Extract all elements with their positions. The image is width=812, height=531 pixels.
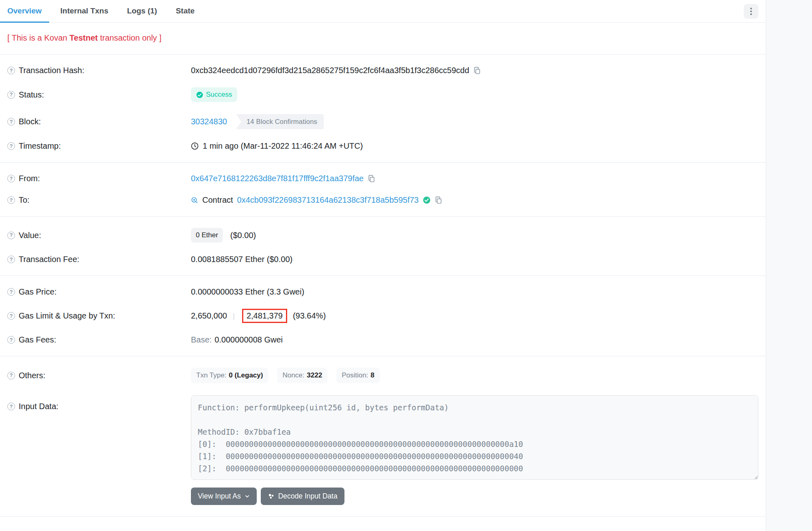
view-input-as-button[interactable]: View Input As: [191, 488, 257, 505]
timestamp-value: 1 min ago (Mar-11-2022 11:46:24 AM +UTC): [203, 141, 363, 151]
value-label: ? Value:: [7, 231, 191, 240]
help-icon: ?: [7, 232, 15, 239]
section-value: ? Value: 0 Ether ($0.00) ? Transaction F…: [0, 217, 766, 276]
bottom-spacer: [0, 517, 766, 528]
section-addresses: ? From: 0x647e7168122263d8e7f81f17fff9c2…: [0, 163, 766, 217]
input-data-textarea[interactable]: Function: performUpkeep(uint256 id, byte…: [191, 395, 758, 480]
block-label: ? Block:: [7, 117, 191, 126]
tab-state[interactable]: State: [169, 0, 202, 23]
decode-input-data-button[interactable]: Decode Input Data: [261, 488, 344, 505]
transaction-hash-value: 0xcb324eedcd1d07296fdf3d215a2865275f159c…: [191, 66, 469, 75]
row-transaction-fee: ? Transaction Fee: 0.0081885507 Ether ($…: [7, 249, 758, 270]
tab-internal-txns[interactable]: Internal Txns: [53, 0, 116, 23]
help-icon: ?: [7, 67, 15, 74]
help-icon: ?: [7, 196, 15, 204]
section-others: ? Others: Txn Type: 0 (Legacy) Nonce: 32…: [0, 356, 766, 517]
row-to: ? To: Contract 0x4cb093f226983713164a621…: [7, 189, 758, 211]
notice-text-bold: Testnet: [69, 33, 98, 42]
nonce-badge: Nonce: 3222: [277, 368, 327, 383]
gas-limit-label: ? Gas Limit & Usage by Txn:: [7, 311, 191, 321]
row-block: ? Block: 30324830 14 Block Confirmations: [7, 108, 758, 135]
block-confirmations-badge: 14 Block Confirmations: [236, 114, 324, 129]
tab-logs[interactable]: Logs (1): [120, 0, 165, 23]
to-address-link[interactable]: 0x4cb093f226983713164a62138c3f718a5b595f…: [237, 195, 419, 205]
help-icon: ?: [7, 256, 15, 263]
check-circle-icon: [196, 91, 203, 98]
copy-to-button[interactable]: [435, 196, 442, 204]
section-summary: ? Transaction Hash: 0xcb324eedcd1d07296f…: [0, 54, 766, 163]
transaction-fee-value: 0.0081885507 Ether ($0.00): [191, 255, 292, 264]
row-gas-price: ? Gas Price: 0.0000000033 Ether (3.3 Gwe…: [7, 281, 758, 303]
help-icon: ?: [7, 175, 15, 182]
row-others: ? Others: Txn Type: 0 (Legacy) Nonce: 32…: [7, 362, 758, 389]
from-address-link[interactable]: 0x647e7168122263d8e7f81f17fff9c2f1aa379f…: [191, 174, 364, 183]
row-value: ? Value: 0 Ether ($0.00): [7, 222, 758, 249]
gas-price-value: 0.0000000033 Ether (3.3 Gwei): [191, 287, 304, 297]
verified-check-icon: [423, 196, 431, 204]
tab-bar: Overview Internal Txns Logs (1) State: [0, 0, 766, 23]
annotation-highlight-box: 2,481,379: [242, 309, 287, 323]
base-fee-value: 0.000000008 Gwei: [214, 335, 283, 345]
others-label: ? Others:: [7, 371, 191, 380]
row-timestamp: ? Timestamp: 1 min ago (Mar-11-2022 11:4…: [7, 135, 758, 157]
row-input-data: ? Input Data: Function: performUpkeep(ui…: [7, 389, 758, 511]
help-icon: ?: [7, 403, 15, 410]
testnet-notice: [ This is a Kovan Testnet transaction on…: [0, 23, 766, 54]
to-label: ? To:: [7, 195, 191, 205]
gas-used-value: 2,481,379: [247, 311, 283, 320]
notice-text-pre: [ This is a Kovan: [7, 33, 69, 42]
to-contract-prefix: Contract: [202, 195, 233, 205]
help-icon: ?: [7, 118, 15, 126]
transaction-detail-card: Overview Internal Txns Logs (1) State [ …: [0, 0, 766, 531]
copy-hash-button[interactable]: [473, 67, 481, 74]
help-icon: ?: [7, 288, 15, 296]
gas-price-label: ? Gas Price:: [7, 287, 191, 297]
input-data-label: ? Input Data:: [7, 395, 191, 411]
ether-value-badge: 0 Ether: [191, 228, 223, 243]
transaction-fee-label: ? Transaction Fee:: [7, 255, 191, 264]
base-fee-label: Base:: [191, 335, 212, 345]
timestamp-label: ? Timestamp:: [7, 141, 191, 151]
transaction-hash-label: ? Transaction Hash:: [7, 66, 191, 75]
copy-icon: [435, 196, 442, 204]
gas-limit-value: 2,650,000: [191, 311, 227, 321]
tab-overview[interactable]: Overview: [0, 0, 49, 23]
notice-text-post: transaction only ]: [98, 33, 162, 42]
separator: |: [231, 312, 236, 321]
more-options-button[interactable]: [744, 4, 758, 19]
gas-used-percent: (93.64%): [293, 311, 326, 321]
status-label: ? Status:: [7, 90, 191, 100]
txn-type-badge: Txn Type: 0 (Legacy): [191, 368, 268, 383]
kebab-icon: [750, 8, 752, 15]
zoom-in-icon: [191, 197, 198, 204]
help-icon: ?: [7, 312, 15, 320]
help-icon: ?: [7, 372, 15, 379]
help-icon: ?: [7, 142, 15, 150]
section-gas: ? Gas Price: 0.0000000033 Ether (3.3 Gwe…: [0, 276, 766, 356]
row-transaction-hash: ? Transaction Hash: 0xcb324eedcd1d07296f…: [7, 60, 758, 81]
row-gas-fees: ? Gas Fees: Base: 0.000000008 Gwei: [7, 329, 758, 351]
position-badge: Position: 8: [336, 368, 380, 383]
usd-value: ($0.00): [230, 231, 256, 240]
row-gas-limit-usage: ? Gas Limit & Usage by Txn: 2,650,000 | …: [7, 303, 758, 329]
row-from: ? From: 0x647e7168122263d8e7f81f17fff9c2…: [7, 168, 758, 189]
from-label: ? From:: [7, 174, 191, 183]
copy-icon: [473, 67, 481, 74]
help-icon: ?: [7, 91, 15, 99]
help-icon: ?: [7, 336, 15, 344]
copy-from-button[interactable]: [368, 175, 375, 182]
chevron-down-icon: [245, 494, 250, 499]
status-badge: Success: [191, 87, 237, 102]
copy-icon: [368, 175, 375, 182]
row-status: ? Status: Success: [7, 81, 758, 108]
decode-icon: [268, 493, 275, 500]
gas-fees-label: ? Gas Fees:: [7, 335, 191, 345]
block-number-link[interactable]: 30324830: [191, 117, 227, 126]
clock-icon: [191, 142, 199, 150]
